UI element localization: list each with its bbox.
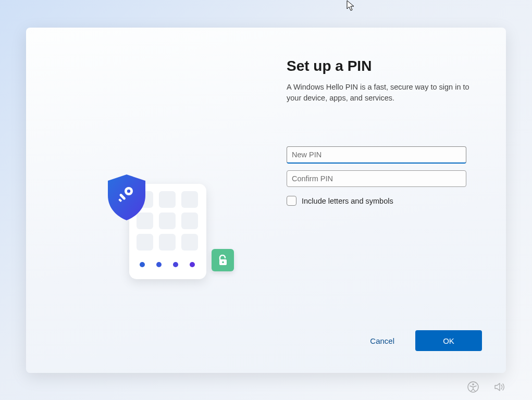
cancel-button[interactable]: Cancel <box>370 336 394 345</box>
form-pane: Set up a PIN A Windows Hello PIN is a fa… <box>281 28 506 373</box>
accessibility-icon[interactable] <box>467 381 479 393</box>
confirm-pin-input[interactable] <box>287 170 466 187</box>
include-symbols-label: Include letters and symbols <box>302 197 393 205</box>
system-tray <box>467 381 506 393</box>
pin-illustration <box>104 153 240 288</box>
ok-button[interactable]: OK <box>415 330 482 351</box>
dialog-subtitle: A Windows Hello PIN is a fast, secure wa… <box>287 82 479 104</box>
new-pin-input[interactable] <box>287 146 466 164</box>
dialog-buttons: Cancel OK <box>370 330 482 351</box>
pin-setup-dialog: Set up a PIN A Windows Hello PIN is a fa… <box>26 28 506 373</box>
shield-key-icon <box>105 173 149 221</box>
cursor-arrow-icon <box>347 0 355 11</box>
illustration-pane <box>26 28 281 373</box>
pin-dots-icon <box>140 262 199 267</box>
unlock-badge-icon <box>212 249 234 271</box>
include-symbols-checkbox[interactable] <box>287 196 296 206</box>
volume-icon[interactable] <box>493 381 506 393</box>
dialog-title: Set up a PIN <box>287 58 480 74</box>
svg-point-1 <box>127 190 130 193</box>
svg-point-5 <box>222 261 224 263</box>
svg-point-7 <box>472 383 474 385</box>
